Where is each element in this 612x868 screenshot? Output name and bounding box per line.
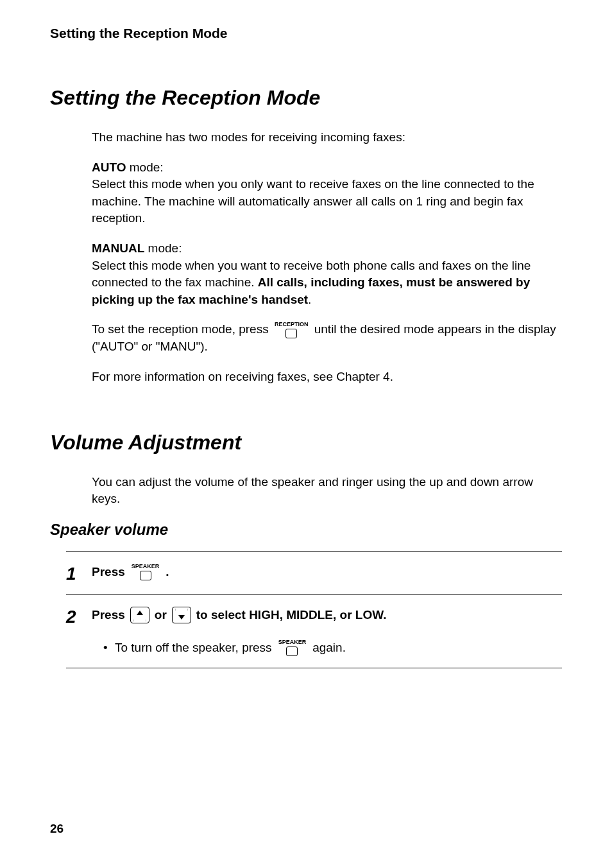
auto-desc: Select this mode when you only want to r… xyxy=(92,177,534,225)
key-box-icon xyxy=(286,647,298,656)
manual-mode-suffix: mode: xyxy=(144,241,182,255)
steps-container: 1 Press SPEAKER . 2 Press or to select H… xyxy=(66,551,562,668)
step2-to: to select HIGH, MIDDLE, or LOW. xyxy=(196,608,387,622)
step-number-1: 1 xyxy=(66,564,92,583)
set-mode-line: To set the reception mode, press RECEPTI… xyxy=(92,321,562,356)
up-arrow-key-icon xyxy=(130,607,149,623)
speaker-key-icon: SPEAKER xyxy=(132,564,160,580)
section-title-reception: Setting the Reception Mode xyxy=(50,86,562,110)
page-header: Setting the Reception Mode xyxy=(50,26,562,41)
step-1-content: Press SPEAKER . xyxy=(92,564,556,580)
step-2-content: Press or to select HIGH, MIDDLE, or LOW.… xyxy=(92,607,556,656)
manual-mode-block: MANUAL mode: Select this mode when you w… xyxy=(92,240,562,308)
speaker-volume-subtitle: Speaker volume xyxy=(50,521,562,539)
more-info-text: For more information on receiving faxes,… xyxy=(92,369,562,386)
divider xyxy=(66,668,562,668)
step2-press: Press xyxy=(92,608,125,622)
step2-bullet-pre: To turn off the speaker, press xyxy=(115,641,272,655)
reception-key-icon: RECEPTION xyxy=(275,322,309,338)
speaker-key-label: SPEAKER xyxy=(278,639,307,645)
volume-intro: You can adjust the volume of the speaker… xyxy=(92,474,562,508)
reception-key-label: RECEPTION xyxy=(275,322,309,327)
key-box-icon xyxy=(140,571,151,580)
page-number: 26 xyxy=(50,822,64,836)
auto-mode-suffix: mode: xyxy=(126,161,163,174)
step-1: 1 Press SPEAKER . xyxy=(66,552,562,595)
down-arrow-key-icon xyxy=(172,607,191,623)
bullet-dot: • xyxy=(103,641,111,655)
intro-text: The machine has two modes for receiving … xyxy=(92,129,562,146)
step1-end: . xyxy=(166,565,169,579)
set-mode-pre: To set the reception mode, press xyxy=(92,322,272,336)
manual-desc-post: . xyxy=(308,293,311,306)
speaker-key-icon: SPEAKER xyxy=(278,639,307,656)
section-title-volume: Volume Adjustment xyxy=(50,431,562,455)
step1-press: Press xyxy=(92,565,125,579)
step2-bullet: • To turn off the speaker, press SPEAKER… xyxy=(92,639,556,656)
manual-label: MANUAL xyxy=(92,241,144,255)
step2-or: or xyxy=(155,608,167,622)
step2-bullet-post: again. xyxy=(312,641,346,655)
speaker-key-label: SPEAKER xyxy=(132,564,160,569)
key-box-icon xyxy=(285,329,297,338)
auto-mode-block: AUTO mode: Select this mode when you onl… xyxy=(92,159,562,227)
step-number-2: 2 xyxy=(66,607,92,626)
step-2: 2 Press or to select HIGH, MIDDLE, or LO… xyxy=(66,595,562,668)
auto-label: AUTO xyxy=(92,161,126,174)
